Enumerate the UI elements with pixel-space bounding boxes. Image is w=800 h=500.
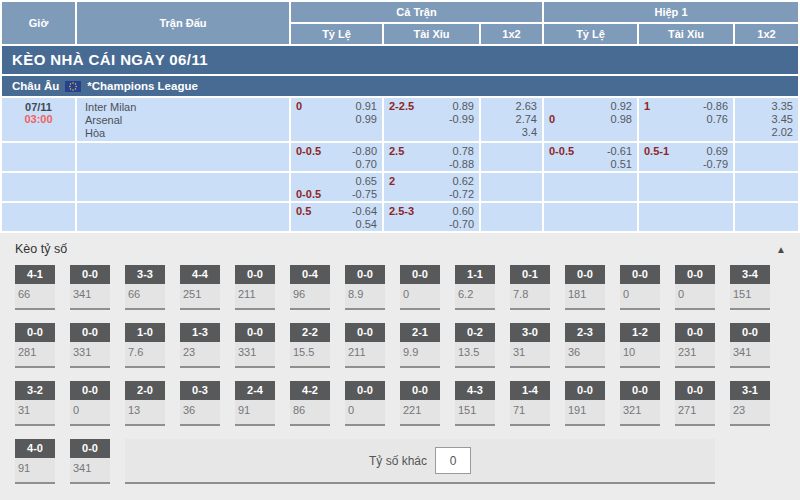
score-label: 0-0 [235, 323, 275, 342]
score-cell[interactable]: 0-0331 [70, 323, 110, 368]
h1-1x2-cell[interactable]: 3.353.452.02 [735, 98, 798, 141]
score-cell[interactable]: 0-00 [70, 381, 110, 426]
score-cell[interactable]: 0-0341 [70, 439, 110, 484]
score-cell[interactable]: 0-00 [620, 265, 660, 310]
score-cell[interactable]: 0-0181 [565, 265, 605, 310]
score-label: 0-0 [345, 381, 385, 400]
score-cell[interactable]: 0-00 [675, 265, 715, 310]
ft-handicap-cell[interactable]: 0.650-0.5-0.75 [291, 173, 382, 201]
score-label: 0-1 [510, 265, 550, 284]
score-cell[interactable]: 3-231 [15, 381, 55, 426]
score-odds: 96 [290, 284, 330, 308]
ft-over-under-cell[interactable]: 2.50.78-0.88 [384, 143, 479, 171]
score-cell[interactable]: 0-00 [345, 381, 385, 426]
score-cell[interactable]: 0-213.5 [455, 323, 495, 368]
score-cell[interactable]: 1-323 [180, 323, 220, 368]
score-cell[interactable]: 1-07.6 [125, 323, 165, 368]
h1-handicap-cell[interactable] [544, 173, 637, 201]
score-cell[interactable]: 3-123 [730, 381, 770, 426]
score-cell[interactable]: 2-491 [235, 381, 275, 426]
score-cell[interactable]: 4-091 [15, 439, 55, 484]
h1-1x2-cell[interactable] [735, 173, 798, 201]
score-cell[interactable]: 0-0231 [675, 323, 715, 368]
ft-over-under-cell[interactable]: 2.5-30.60-0.70 [384, 203, 479, 231]
score-cell[interactable]: 0-08.9 [345, 265, 385, 310]
score-cell[interactable]: 2-215.5 [290, 323, 330, 368]
h1-handicap-cell[interactable] [544, 203, 637, 231]
header-h1-ou: Tài Xỉu [639, 24, 733, 44]
score-odds: 341 [70, 284, 110, 308]
score-label: 4-0 [15, 439, 55, 458]
score-cell[interactable]: 0-0341 [730, 323, 770, 368]
ft-handicap-cell[interactable]: 0-0.5-0.800.70 [291, 143, 382, 171]
score-cell[interactable]: 0-0331 [235, 323, 275, 368]
ft-handicap-cell[interactable]: 00.910.99 [291, 98, 382, 141]
score-cell[interactable]: 0-0191 [565, 381, 605, 426]
score-cell[interactable]: 1-471 [510, 381, 550, 426]
collapse-arrow-icon[interactable]: ▲ [776, 244, 786, 255]
score-cell[interactable]: 0-0281 [15, 323, 55, 368]
score-cell[interactable]: 3-366 [125, 265, 165, 310]
h1-over-under-cell[interactable]: 0.5-10.69-0.79 [639, 143, 733, 171]
score-cell[interactable]: 0-0321 [620, 381, 660, 426]
score-cell[interactable]: 4-166 [15, 265, 55, 310]
score-label: 0-0 [565, 265, 605, 284]
h1-1x2-cell[interactable] [735, 203, 798, 231]
score-label: 0-0 [400, 265, 440, 284]
odds-line: -0.72 [389, 188, 474, 201]
score-cell[interactable]: 4-4251 [180, 265, 220, 310]
header-first-half: Hiệp 1 [544, 2, 798, 22]
h1-over-under-cell[interactable] [639, 203, 733, 231]
score-cell[interactable]: 2-19.9 [400, 323, 440, 368]
score-label: 4-3 [455, 381, 495, 400]
odds-line: 00.98 [549, 113, 632, 126]
ft-1x2-cell[interactable]: 2.632.743.4 [481, 98, 542, 141]
h1-over-under-cell[interactable] [639, 173, 733, 201]
h1-handicap-cell[interactable]: 0-0.5-0.610.51 [544, 143, 637, 171]
league-region: Châu Âu [12, 80, 59, 92]
score-cell[interactable]: 1-210 [620, 323, 660, 368]
score-odds: 7.8 [510, 284, 550, 308]
score-odds: 0 [70, 400, 110, 424]
score-cell[interactable]: 0-17.8 [510, 265, 550, 310]
ft-over-under-cell[interactable]: 20.62-0.72 [384, 173, 479, 201]
ft-over-under-cell[interactable]: 2-2.50.89-0.99 [384, 98, 479, 141]
score-label: 4-2 [290, 381, 330, 400]
score-cell[interactable]: 0-496 [290, 265, 330, 310]
score-row: 0-02810-03311-07.61-3230-03312-215.50-02… [0, 323, 800, 368]
score-cell[interactable]: 0-0221 [400, 381, 440, 426]
score-cell[interactable]: 3-031 [510, 323, 550, 368]
score-cell[interactable]: 2-336 [565, 323, 605, 368]
score-cell[interactable]: 0-0271 [675, 381, 715, 426]
score-label: 0-3 [180, 381, 220, 400]
score-cell[interactable]: 0-0341 [70, 265, 110, 310]
score-label: 2-1 [400, 323, 440, 342]
score-label: 0-0 [70, 439, 110, 458]
score-cell[interactable]: 2-013 [125, 381, 165, 426]
other-score-input[interactable] [435, 447, 471, 474]
ft-handicap-cell[interactable]: 0.5-0.640.54 [291, 203, 382, 231]
score-cell[interactable]: 0-0211 [235, 265, 275, 310]
h1-over-under-cell[interactable]: 1-0.860.76 [639, 98, 733, 141]
team-name: Hòa [85, 127, 284, 140]
odds-line: 0.54 [296, 218, 377, 231]
score-section: Kèo tỷ số ▲ 4-1660-03413-3664-42510-0211… [0, 233, 800, 500]
score-cell[interactable]: 0-336 [180, 381, 220, 426]
score-label: 3-1 [730, 381, 770, 400]
score-label: 0-0 [730, 323, 770, 342]
score-cell[interactable]: 4-3151 [455, 381, 495, 426]
odds-line: 0.99 [296, 113, 377, 126]
score-label: 0-0 [675, 323, 715, 342]
score-odds: 23 [730, 400, 770, 424]
score-cell[interactable]: 3-4151 [730, 265, 770, 310]
h1-1x2-cell[interactable] [735, 143, 798, 171]
ft-1x2-cell[interactable] [481, 173, 542, 201]
score-cell[interactable]: 0-00 [400, 265, 440, 310]
score-cell[interactable]: 4-286 [290, 381, 330, 426]
1x2-value: 3.45 [740, 113, 793, 126]
h1-handicap-cell[interactable]: 0.9200.98 [544, 98, 637, 141]
score-cell[interactable]: 1-16.2 [455, 265, 495, 310]
ft-1x2-cell[interactable] [481, 203, 542, 231]
score-cell[interactable]: 0-0211 [345, 323, 385, 368]
ft-1x2-cell[interactable] [481, 143, 542, 171]
